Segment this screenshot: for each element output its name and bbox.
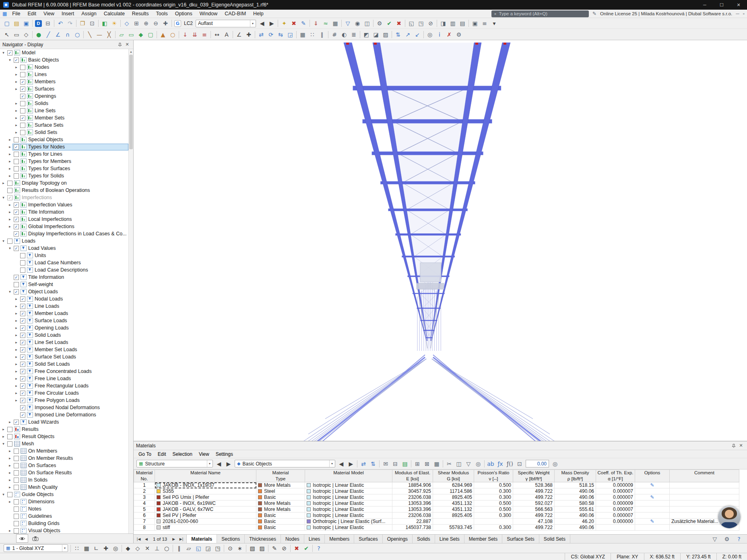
cell-rho[interactable]: 490.06 xyxy=(555,525,596,531)
tree-checkbox[interactable] xyxy=(14,449,19,454)
tree-expander-icon[interactable]: ▾ xyxy=(1,196,6,200)
workplane-icon[interactable]: ▱ xyxy=(184,544,194,553)
dlubal-logo-icon[interactable]: D xyxy=(35,20,42,27)
tree-checkbox[interactable]: ✓ xyxy=(20,318,25,323)
ortho-toggle-icon[interactable]: ∟ xyxy=(91,544,101,553)
table-category-combo[interactable]: ◆Basic Objects▾ xyxy=(235,460,335,467)
tree-checkbox[interactable] xyxy=(14,173,19,179)
tree-item-self-weight[interactable]: Self-weight xyxy=(0,281,128,288)
tree-item-surfaces[interactable]: ▸✓Surfaces xyxy=(0,85,128,93)
tree-checkbox[interactable]: ✓ xyxy=(20,362,25,367)
tree-item-free-concentrated-loads[interactable]: ▸✓Free Concentrated Loads xyxy=(0,368,128,375)
open-model-icon[interactable]: ▤ xyxy=(12,19,21,28)
cartesian-snap-icon[interactable]: ✚ xyxy=(101,544,111,553)
table-tab-surface-sets[interactable]: Surface Sets xyxy=(502,535,539,543)
tree-item-solid-set-loads[interactable]: ▸✓Solid Set Loads xyxy=(0,360,128,368)
guidelines-toggle-icon[interactable]: ∥ xyxy=(317,30,327,39)
tree-checkbox[interactable]: ✓ xyxy=(20,79,25,84)
tree-checkbox[interactable]: ✓ xyxy=(20,376,25,381)
tree-checkbox[interactable] xyxy=(14,137,19,142)
materials-menu-edit[interactable]: Edit xyxy=(155,451,169,457)
tree-item-line-sets[interactable]: ▸Line Sets xyxy=(0,107,128,114)
cell-nu[interactable]: 0.500 xyxy=(474,506,513,513)
cell-type[interactable]: Basic xyxy=(256,513,305,519)
tree-item-result-objects[interactable]: ▸Result Objects xyxy=(0,433,128,440)
sync-views-icon[interactable]: ⇅ xyxy=(393,30,403,39)
tree-checkbox[interactable] xyxy=(14,514,19,519)
tree-checkbox[interactable] xyxy=(14,478,19,483)
cell-no[interactable]: 2 xyxy=(134,488,155,494)
tree-item-solid-sets[interactable]: ▸Solid Sets xyxy=(0,129,128,136)
visibility-mode-icon[interactable]: ◩ xyxy=(361,30,371,39)
view-xz-icon[interactable]: ◳ xyxy=(416,19,426,28)
clip-plane-icon[interactable]: ⊘ xyxy=(279,544,289,553)
tree-item-types-for-solids[interactable]: ▸Types for Solids xyxy=(0,172,128,179)
new-model-icon[interactable]: ▢ xyxy=(2,19,12,28)
calculate-icon[interactable]: ⚙ xyxy=(375,19,384,28)
tree-expander-icon[interactable]: ▸ xyxy=(14,348,19,352)
cell-type[interactable]: Basic xyxy=(256,494,305,500)
tree-expander-icon[interactable]: ▾ xyxy=(7,58,12,62)
tree-expander-icon[interactable]: ▾ xyxy=(1,239,6,243)
tree-checkbox[interactable] xyxy=(14,166,19,171)
sun-icon[interactable]: ☀ xyxy=(109,19,119,28)
zoom-in-icon[interactable]: ⊕ xyxy=(141,19,151,28)
close-icon[interactable]: ✕ xyxy=(737,443,745,449)
tree-checkbox[interactable] xyxy=(20,101,25,106)
units-settings-icon[interactable]: ⊡ xyxy=(515,459,524,468)
tree-expander-icon[interactable]: ▸ xyxy=(14,398,19,402)
cell-nu[interactable]: 0.300 xyxy=(474,494,513,500)
tree-item-load-values[interactable]: ▾✓Load Values xyxy=(0,245,128,252)
check-model-icon[interactable]: ✔ xyxy=(384,19,394,28)
view-xy-icon[interactable]: ◱ xyxy=(407,19,416,28)
intersection-snap-icon[interactable]: ✕ xyxy=(142,544,152,553)
tree-expander-icon[interactable]: ▸ xyxy=(7,529,12,533)
tree-item-global-imperfections[interactable]: ▸✓Global Imperfections xyxy=(0,223,128,230)
tree-expander-icon[interactable]: ▸ xyxy=(7,471,12,475)
import-graphic-icon[interactable]: ↙ xyxy=(413,30,422,39)
tree-item-title-information[interactable]: ✓Title Information xyxy=(0,274,128,281)
tree-checkbox[interactable]: ✓ xyxy=(14,224,19,229)
cell-opt[interactable] xyxy=(635,513,670,519)
tree-checkbox[interactable] xyxy=(14,528,19,533)
tree-item-member-set-loads[interactable]: ▸✓Member Set Loads xyxy=(0,346,128,353)
tree-expander-icon[interactable]: ▸ xyxy=(14,80,19,84)
tree-checkbox[interactable]: ✓ xyxy=(20,412,25,418)
solid-tool-icon[interactable]: ◆ xyxy=(136,30,146,39)
tree-item-load-case-descriptions[interactable]: Load Case Descriptions xyxy=(0,266,128,274)
tree-expander-icon[interactable]: ▸ xyxy=(14,101,19,105)
cell-g[interactable]: 8925.405 xyxy=(433,513,474,519)
edit-options-icon[interactable]: ✎ xyxy=(650,519,654,524)
select-columns-icon[interactable]: ◫ xyxy=(454,459,464,468)
tree-expander-icon[interactable]: ▾ xyxy=(1,442,6,446)
program-options-icon[interactable]: ⚙ xyxy=(454,30,464,39)
cell-alpha[interactable]: 0.000007 xyxy=(596,488,635,494)
tree-expander-icon[interactable]: ▸ xyxy=(7,145,12,149)
tree-item-model[interactable]: ▾✓Model xyxy=(0,49,128,56)
table-views-icon[interactable]: ▦ xyxy=(432,459,442,468)
tree-checkbox[interactable]: ✓ xyxy=(14,58,19,63)
cell-model[interactable]: Isotropic | Linear Elastic xyxy=(305,488,392,494)
formula-icon[interactable]: ƒx xyxy=(495,459,505,468)
cell-e[interactable]: 13053.396 xyxy=(392,506,433,513)
tree-expander-icon[interactable]: ▸ xyxy=(7,485,12,489)
menu-options[interactable]: Options xyxy=(171,10,196,17)
tree-item-building-grids[interactable]: Building Grids xyxy=(0,520,128,527)
tree-checkbox[interactable]: ✓ xyxy=(14,289,19,294)
tree-item-in-solids[interactable]: ▸In Solids xyxy=(0,476,128,484)
select-arrow-icon[interactable]: ↖ xyxy=(2,30,12,39)
line-load-tool-icon[interactable]: ⇊ xyxy=(190,30,200,39)
new-load-icon[interactable]: ✦ xyxy=(279,19,289,28)
tree-checkbox[interactable]: ✓ xyxy=(20,311,25,316)
cell-rho[interactable]: 555.61 xyxy=(555,506,596,513)
cell-alpha[interactable]: 0.000007 xyxy=(596,506,635,513)
keyword-search-input[interactable]: ▸ Type a keyword (Alt+Q) xyxy=(491,10,589,17)
cell-alpha[interactable]: 0.000009 xyxy=(596,500,635,506)
panel-toggle-icon[interactable]: ◨ xyxy=(438,19,448,28)
last-table-button[interactable]: ▶| xyxy=(178,537,185,541)
perpendicular-snap-icon[interactable]: ⊥ xyxy=(152,544,162,553)
tree-item-members[interactable]: ▸✓Members xyxy=(0,78,128,85)
cell-e[interactable]: 18854.906 xyxy=(392,482,433,488)
tree-checkbox[interactable] xyxy=(20,72,25,77)
tree-expander-icon[interactable]: ▸ xyxy=(14,355,19,359)
